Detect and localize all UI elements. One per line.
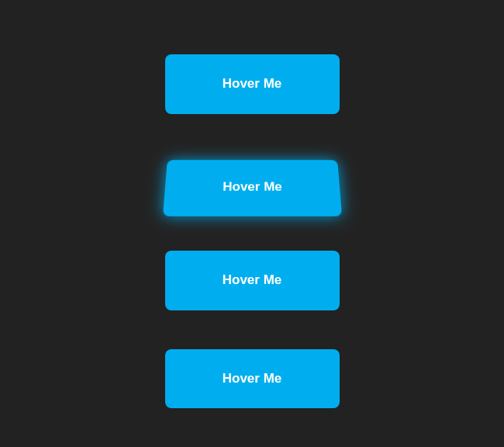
hover-button-4[interactable]: Hover Me [165,349,340,409]
button-label: Hover Me [223,272,282,288]
button-label: Hover Me [222,179,281,194]
hover-button-1[interactable]: Hover Me [165,54,340,114]
hover-button-2[interactable]: Hover Me [162,160,341,216]
hover-button-3[interactable]: Hover Me [165,251,340,310]
button-label: Hover Me [223,371,282,386]
button-label: Hover Me [223,76,282,92]
